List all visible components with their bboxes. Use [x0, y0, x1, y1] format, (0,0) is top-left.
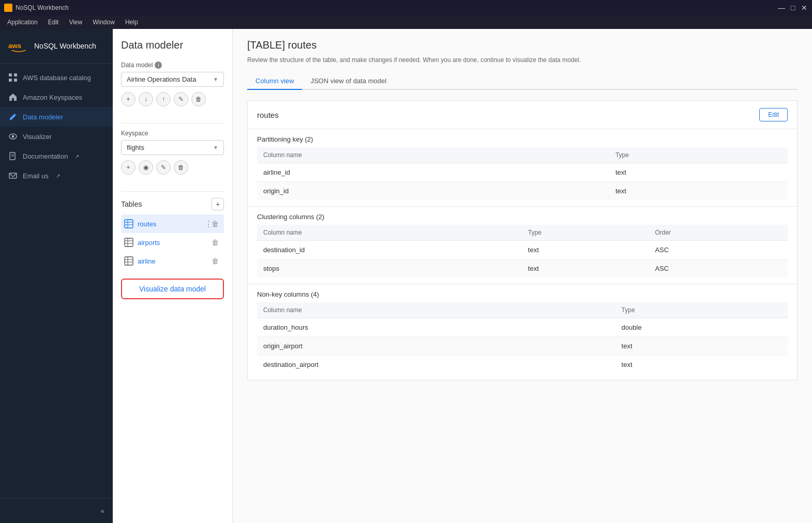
sidebar-app-name: NoSQL Workbench [34, 42, 96, 50]
cc-col-header-order: Order [649, 225, 788, 241]
sidebar-item-keyspaces[interactable]: Amazon Keyspaces [0, 87, 113, 107]
non-key-columns-title: Non-key columns (4) [257, 290, 788, 298]
eye-icon [8, 132, 18, 141]
sidebar-collapse-button[interactable]: « [0, 503, 113, 519]
table-row: destination_id text ASC [257, 241, 788, 259]
table-grid-icon [124, 219, 133, 228]
add-keyspace-button[interactable]: + [121, 160, 136, 175]
menu-view[interactable]: View [64, 17, 87, 28]
mail-icon [8, 171, 18, 180]
svg-rect-11 [125, 220, 133, 228]
data-model-label: Data model i [121, 61, 224, 69]
edit-keyspace-button[interactable]: ✎ [156, 160, 171, 175]
pk-col-name-1: origin_id [257, 182, 609, 201]
upload-data-model-button[interactable]: ↑ [156, 92, 171, 106]
delete-table-airline-button[interactable]: 🗑 [209, 256, 221, 266]
pk-col-type-0: text [609, 163, 788, 182]
tab-column-view[interactable]: Column view [247, 73, 302, 90]
sidebar-label-email: Email us [23, 172, 49, 180]
col-header-type: Type [609, 147, 788, 163]
table-row: stops text ASC [257, 259, 788, 278]
delete-data-model-button[interactable]: 🗑 [191, 92, 206, 106]
delete-table-airports-button[interactable]: 🗑 [209, 237, 221, 248]
sidebar: aws NoSQL Workbench AWS database catalog… [0, 29, 113, 523]
svg-rect-3 [9, 79, 12, 82]
keyspace-actions: + ◉ ✎ 🗑 [121, 160, 224, 175]
keyspace-select[interactable]: flights ▼ [121, 140, 224, 155]
sidebar-header: aws NoSQL Workbench [0, 29, 113, 64]
nk-col-header-name: Column name [257, 302, 615, 318]
partitioning-key-table: Column name Type airline_id text origin_… [257, 147, 788, 200]
menu-application[interactable]: Application [2, 17, 43, 28]
maximize-button[interactable]: □ [789, 4, 796, 11]
col-header-name: Column name [257, 147, 609, 163]
keyspace-label: Keyspace [121, 130, 224, 137]
table-row: origin_id text [257, 182, 788, 201]
cc-col-header-name: Column name [257, 225, 522, 241]
window-controls: — □ ✕ [778, 4, 808, 11]
cc-col-header-type: Type [522, 225, 649, 241]
sidebar-item-visualizer[interactable]: Visualizer [0, 127, 113, 146]
menu-help[interactable]: Help [120, 17, 143, 28]
sidebar-label-aws-catalog: AWS database catalog [23, 74, 91, 82]
download-data-model-button[interactable]: ↓ [139, 92, 153, 106]
menubar: Application Edit View Window Help [0, 16, 812, 29]
add-data-model-button[interactable]: + [121, 92, 136, 106]
tables-header: Tables + [121, 198, 224, 210]
nk-col-type-1: text [615, 337, 788, 356]
tab-json-view[interactable]: JSON view of data model [302, 73, 395, 90]
nk-col-name-0: duration_hours [257, 318, 615, 337]
nk-col-name-1: origin_airport [257, 337, 615, 356]
non-key-columns-section: Non-key columns (4) Column name Type dur… [248, 284, 797, 380]
pk-col-type-1: text [609, 182, 788, 201]
sidebar-item-data-modeler[interactable]: Data modeler [0, 107, 113, 127]
data-model-selected-value: Airline Operations Data [127, 75, 196, 83]
add-table-button[interactable]: + [212, 198, 224, 210]
window-title: NoSQL Workbench [16, 4, 778, 11]
view-keyspace-button[interactable]: ◉ [139, 160, 153, 175]
edit-table-button[interactable]: Edit [759, 108, 788, 121]
doc-icon [8, 151, 18, 161]
pen-icon [8, 112, 18, 121]
menu-edit[interactable]: Edit [43, 17, 64, 28]
table-name-routes: routes [138, 220, 205, 228]
sidebar-item-email[interactable]: Email us ↗ [0, 166, 113, 186]
non-key-columns-table: Column name Type duration_hours double o… [257, 302, 788, 374]
partitioning-key-section: Partitioning key (2) Column name Type ai… [248, 129, 797, 206]
svg-rect-19 [125, 257, 133, 265]
table-item-airline[interactable]: airline 🗑 [121, 252, 224, 270]
sidebar-item-documentation[interactable]: Documentation ↗ [0, 146, 113, 166]
data-model-select[interactable]: Airline Operations Data ▼ [121, 72, 224, 87]
data-model-actions: + ↓ ↑ ✎ 🗑 [121, 92, 224, 106]
info-icon[interactable]: i [155, 61, 162, 69]
table-grid-icon-3 [124, 256, 133, 266]
svg-point-6 [12, 135, 14, 138]
detail-header-title: [TABLE] routes [247, 39, 798, 51]
table-item-airports[interactable]: airports 🗑 [121, 233, 224, 252]
divider-1 [121, 123, 224, 124]
partitioning-key-title: Partitioning key (2) [257, 135, 788, 143]
menu-window[interactable]: Window [87, 17, 120, 28]
table-name-airports: airports [138, 239, 205, 247]
delete-keyspace-button[interactable]: 🗑 [174, 160, 188, 175]
close-button[interactable]: ✕ [801, 4, 808, 11]
table-view-header: routes Edit [248, 101, 797, 129]
sidebar-nav: AWS database catalog Amazon Keyspaces Da… [0, 64, 113, 498]
nk-col-name-2: destination_airport [257, 356, 615, 374]
grid-icon [8, 73, 18, 82]
table-row: duration_hours double [257, 318, 788, 337]
nk-col-header-type: Type [615, 302, 788, 318]
sidebar-item-aws-catalog[interactable]: AWS database catalog [0, 68, 113, 87]
sidebar-footer: « [0, 498, 113, 523]
more-options-icon[interactable]: ⋮ [204, 219, 213, 229]
minimize-button[interactable]: — [778, 4, 785, 11]
table-name-airline: airline [138, 257, 205, 265]
edit-data-model-button[interactable]: ✎ [174, 92, 188, 106]
home-icon [8, 93, 18, 102]
sidebar-label-data-modeler: Data modeler [23, 113, 63, 121]
table-item-routes[interactable]: routes ⋮ 🗑 [121, 214, 224, 233]
chevron-down-icon: ▼ [213, 76, 218, 82]
visualize-data-model-button[interactable]: Visualize data model [121, 279, 224, 299]
external-link-icon-2: ↗ [56, 173, 60, 179]
cc-col-order-1: ASC [649, 259, 788, 278]
